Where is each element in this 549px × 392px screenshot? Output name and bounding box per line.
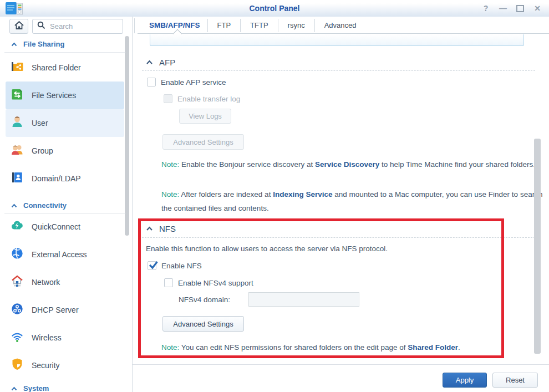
sidebar-item-label: QuickConnect [32,222,80,231]
note-text: You can edit NFS permissions for shared … [179,343,408,352]
note-text: Enable the Bonjour service discovery at [179,160,315,169]
nfs-highlight-box [138,218,504,358]
afp-section-header[interactable]: AFP [146,58,175,67]
sidebar-item-label: Network [32,278,60,287]
sidebar-item-label: Security [32,361,60,370]
sidebar-item-label: Domain/LDAP [32,174,81,183]
section-divider [142,237,535,238]
sidebar-item-wireless[interactable]: Wireless [6,324,124,352]
sidebar-item-label: User [32,119,48,128]
security-shield-icon [10,357,24,374]
tab-ftp[interactable]: FTP [208,21,241,29]
home-button[interactable] [9,19,28,34]
enable-nfs-row: Enable NFS [148,261,202,270]
view-logs-button[interactable]: View Logs [179,109,231,124]
note-text: After folders are indexed at [179,190,273,198]
group-icon [10,142,24,159]
sidebar-item-dhcp-server[interactable]: DHCP Server [6,296,124,324]
sidebar-scrollbar[interactable] [125,36,129,236]
sidebar-item-security[interactable]: Security [6,352,124,379]
titlebar: Control Panel ? — ✕ [0,0,549,17]
checkmark-icon [148,260,159,270]
sidebar-item-external-access[interactable]: External Access [6,241,124,268]
search-icon [37,21,45,32]
dhcp-server-icon [10,302,24,318]
chevron-up-icon [11,386,17,391]
enable-transfer-log-checkbox[interactable] [164,94,172,103]
reset-button[interactable]: Reset [492,373,538,388]
sidebar-section-connectivity[interactable]: Connectivity [11,201,67,210]
chevron-up-icon [146,60,153,65]
sidebar-section-system[interactable]: System [11,384,49,392]
sidebar-item-user[interactable]: User [6,109,124,137]
content-scrollbar[interactable] [534,139,541,354]
tab-smb-afp-nfs[interactable]: SMB/AFP/NFS [142,21,207,29]
enable-nfs-label: Enable NFS [161,262,202,270]
enable-afp-service-label: Enable AFP service [161,78,226,86]
tab-advanced[interactable]: Advanced [315,21,366,29]
enable-afp-service-checkbox[interactable] [147,78,156,86]
sidebar-item-shared-folder[interactable]: Shared Folder [6,54,124,82]
sidebar: File Sharing Shared Folder File Services [0,34,132,392]
nfs-section-header[interactable]: NFS [146,224,176,233]
note-prefix: Note: [161,343,179,352]
sidebar-section-label: System [23,384,49,392]
enable-nfsv4-row: Enable NFSv4 support [164,278,253,287]
window-title: Control Panel [0,0,549,17]
help-icon[interactable]: ? [482,4,490,12]
enable-afp-service-row: Enable AFP service [147,78,226,86]
note-text: to help Time Machine find your shared fo… [379,160,535,169]
network-icon [10,274,24,291]
chevron-up-icon [11,42,17,47]
nfsv4-domain-label: NFSv4 domain: [179,296,230,304]
maximize-icon[interactable] [516,5,524,12]
nfs-advanced-settings-button[interactable]: Advanced Settings [162,316,244,332]
close-icon[interactable]: ✕ [533,4,541,12]
afp-note-indexing: Note: After folders are indexed at Index… [161,187,543,215]
search-box [32,19,123,34]
wireless-icon [10,329,24,346]
sidebar-section-label: File Sharing [23,40,64,48]
apply-button[interactable]: Apply [443,373,487,388]
enable-nfsv4-label: Enable NFSv4 support [178,279,253,287]
user-icon [10,115,24,131]
sidebar-item-network[interactable]: Network [6,268,124,296]
sidebar-item-label: Group [32,146,53,155]
afp-advanced-settings-button[interactable]: Advanced Settings [162,134,244,150]
nfs-description: Enable this function to allow users to a… [146,245,388,253]
sidebar-item-label: Wireless [32,333,62,342]
partially-visible-field[interactable] [150,34,524,46]
sidebar-item-domain-ldap[interactable]: Domain/LDAP [6,165,124,192]
sidebar-item-file-services[interactable]: File Services [6,82,124,109]
sidebar-item-group[interactable]: Group [6,137,124,165]
enable-transfer-log-label: Enable transfer log [177,95,240,103]
toolbar-divider [134,18,135,33]
chevron-up-icon [146,226,153,231]
note-prefix: Note: [161,160,179,169]
domain-ldap-icon [10,170,24,187]
quickconnect-icon [10,218,24,235]
note-text: . [458,343,460,352]
tab-rsync[interactable]: rsync [278,21,314,29]
afp-note-bonjour: Note: Enable the Bonjour service discove… [161,157,537,171]
indexing-service-ref: Indexing Service [273,190,332,198]
note-prefix: Note: [161,190,179,198]
enable-nfsv4-checkbox[interactable] [164,278,173,287]
search-input[interactable] [49,22,118,31]
service-discovery-ref: Service Discovery [315,160,379,169]
sidebar-item-label: Shared Folder [32,63,81,72]
afp-section-title: AFP [159,58,175,67]
enable-nfs-checkbox[interactable] [148,261,156,270]
nfsv4-domain-input[interactable] [248,292,359,307]
nfs-note-permissions: Note: You can edit NFS permissions for s… [161,340,511,354]
tab-tftp[interactable]: TFTP [241,21,278,29]
minimize-icon[interactable]: — [499,4,507,12]
footer-divider [133,364,549,365]
nfs-section-title: NFS [159,224,176,233]
sidebar-section-file-sharing[interactable]: File Sharing [11,40,64,48]
sidebar-item-quickconnect[interactable]: QuickConnect [6,213,124,241]
shared-folder-icon [10,59,24,76]
sidebar-divider [4,52,125,53]
chevron-up-icon [11,203,17,208]
shared-folder-ref: Shared Folder [408,343,458,352]
